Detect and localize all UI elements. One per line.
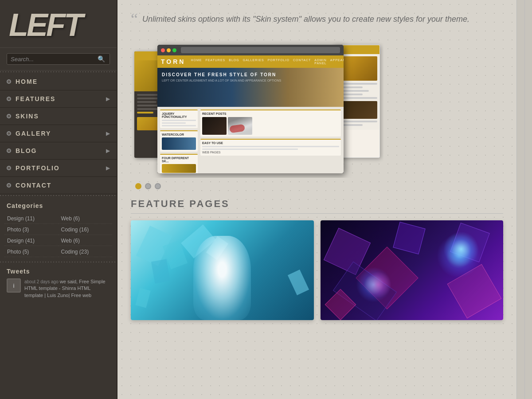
sidebar-item-portfolio[interactable]: PORTFOLIO ▶ bbox=[0, 160, 117, 177]
sidebar-item-label: SKINS bbox=[16, 113, 39, 120]
search-wrapper: 🔍 bbox=[7, 53, 110, 65]
categories-title: Categories bbox=[0, 197, 117, 212]
sidebar-item-blog[interactable]: BLOG ▶ bbox=[0, 142, 117, 160]
browser-close-btn[interactable] bbox=[161, 48, 165, 52]
tweet-time: about 2 days ago bbox=[24, 279, 59, 284]
tweet-avatar: i bbox=[7, 278, 21, 293]
nav-dot-contact bbox=[7, 183, 11, 188]
feature-card-1[interactable] bbox=[131, 220, 314, 320]
sidebar-item-skins[interactable]: SKINS bbox=[0, 108, 117, 125]
nav-dot-blog bbox=[7, 149, 11, 153]
inner-browser-headline: DISCOVER THE FRESH STYLE OF TORN bbox=[162, 72, 339, 77]
sidebar-item-features[interactable]: FEATURES ▶ bbox=[0, 90, 117, 108]
sidebar-item-label: HOME bbox=[16, 78, 38, 85]
categories-grid: Design (11) Web (6) Photo (3) Coding (16… bbox=[0, 212, 117, 259]
slider-dot-1[interactable] bbox=[135, 183, 141, 189]
chevron-right-icon: ▶ bbox=[106, 130, 110, 137]
chevron-right-icon: ▶ bbox=[106, 148, 110, 154]
category-item[interactable]: Design (41) bbox=[4, 236, 59, 246]
browser-maximize-btn[interactable] bbox=[172, 48, 176, 52]
inner-browser-hero: DISCOVER THE FRESH STYLE OF TORN LEFT OR… bbox=[157, 68, 344, 107]
tweets-section: Tweets i about 2 days ago we said, Free … bbox=[0, 263, 117, 303]
post-thumbnail-shoe bbox=[228, 117, 252, 135]
right-panel bbox=[516, 0, 532, 399]
search-input[interactable] bbox=[11, 56, 97, 63]
sidebar-item-contact[interactable]: CONTACT bbox=[0, 177, 117, 194]
vertical-divider bbox=[524, 0, 525, 399]
nav-dot-features bbox=[7, 97, 11, 101]
category-item[interactable]: Web (6) bbox=[59, 236, 113, 246]
feature-card-2[interactable] bbox=[321, 220, 504, 320]
nav-dot-skins bbox=[7, 114, 11, 118]
slider-container: TORN HOME FEATURES BLOG GALLERIES PORTFO… bbox=[131, 40, 383, 178]
sidebar-item-label: GALLERY bbox=[16, 130, 51, 137]
sidebar-item-label: FEATURES bbox=[16, 95, 55, 102]
tweet-item: i about 2 days ago we said, Free Simple … bbox=[7, 278, 110, 299]
main-inner: “ Unlimited skins options with its "Skin… bbox=[117, 0, 516, 333]
nav-dot-gallery bbox=[7, 131, 11, 136]
chevron-right-icon: ▶ bbox=[106, 165, 110, 171]
url-bar bbox=[181, 47, 340, 53]
angel-figure bbox=[193, 236, 251, 320]
search-button[interactable]: 🔍 bbox=[97, 55, 106, 63]
category-item[interactable]: Photo (5) bbox=[4, 247, 59, 257]
separator-3 bbox=[0, 262, 117, 262]
category-item[interactable]: Photo (3) bbox=[4, 225, 59, 235]
quote-mark-icon: “ bbox=[131, 11, 138, 27]
feature-card-image-1 bbox=[131, 220, 314, 320]
category-item[interactable]: Coding (16) bbox=[59, 225, 113, 235]
separator bbox=[0, 71, 117, 72]
browser-minimize-btn[interactable] bbox=[167, 48, 171, 52]
nav-dot-portfolio bbox=[7, 166, 11, 170]
main-content: “ Unlimited skins options with its "Skin… bbox=[117, 0, 516, 399]
glow-center bbox=[443, 231, 479, 267]
sidebar-item-gallery[interactable]: GALLERY ▶ bbox=[0, 125, 117, 142]
sidebar-item-label: PORTFOLIO bbox=[16, 164, 60, 172]
nav-dot-home bbox=[7, 79, 11, 84]
category-item[interactable]: Design (11) bbox=[4, 214, 59, 224]
slider-dot-2[interactable] bbox=[145, 183, 151, 189]
sidebar-item-label: BLOG bbox=[16, 147, 37, 154]
quote-text: Unlimited skins options with its "Skin s… bbox=[142, 13, 469, 25]
inner-browser-subtext: LEFT OR CENTER ALIGNMENT AND A LOT OF SK… bbox=[162, 78, 339, 82]
quote-section: “ Unlimited skins options with its "Skin… bbox=[131, 9, 503, 31]
slider-dot-3[interactable] bbox=[155, 183, 161, 189]
category-item[interactable]: Coding (23) bbox=[59, 247, 113, 257]
sidebar: LEFT 🔍 HOME FEATURES ▶ SKINS GALLERY bbox=[0, 0, 117, 399]
logo-area: LEFT bbox=[0, 0, 117, 48]
inner-browser-logo: TORN bbox=[161, 58, 185, 65]
tweet-content: about 2 days ago we said, Free Simple HT… bbox=[24, 278, 110, 299]
feature-card-image-2 bbox=[321, 220, 504, 320]
feature-pages-title: FEATURE PAGES bbox=[131, 198, 503, 214]
post-thumbnail-dark bbox=[202, 117, 227, 135]
site-logo: LEFT bbox=[9, 9, 108, 41]
sidebar-item-home[interactable]: HOME bbox=[0, 73, 117, 90]
sidebar-item-label: CONTACT bbox=[16, 182, 51, 189]
feature-grid bbox=[131, 220, 503, 320]
category-item[interactable]: Web (6) bbox=[59, 214, 113, 224]
tweets-title: Tweets bbox=[7, 268, 110, 275]
chevron-right-icon: ▶ bbox=[106, 96, 110, 102]
main-browser: TORN HOME FEATURES BLOG GALLERIES PORTFO… bbox=[157, 45, 344, 173]
separator-2 bbox=[0, 195, 117, 196]
search-area: 🔍 bbox=[0, 48, 117, 70]
slider-dots bbox=[131, 178, 503, 192]
